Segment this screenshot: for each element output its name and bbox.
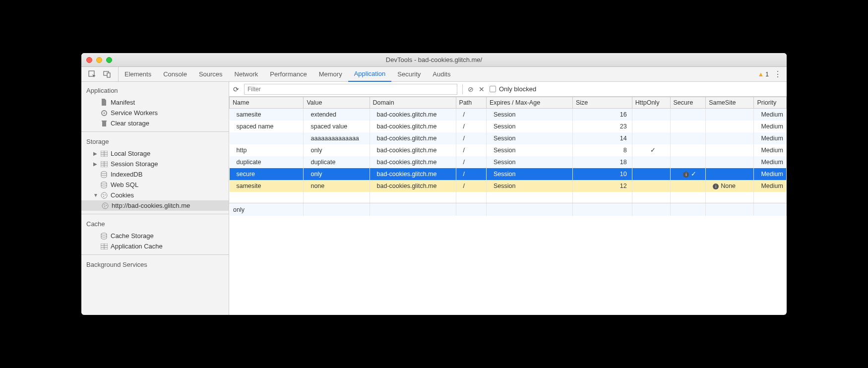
sidebar-item-indexeddb[interactable]: IndexedDB	[81, 169, 229, 180]
table-icon	[100, 243, 108, 250]
window-title: DevTools - bad-cookies.glitch.me/	[81, 56, 787, 63]
tab-sources[interactable]: Sources	[193, 67, 229, 82]
column-header[interactable]: Secure	[670, 97, 706, 109]
sidebar-item-manifest[interactable]: Manifest	[81, 97, 229, 108]
device-toolbar-icon[interactable]	[103, 70, 111, 78]
tab-security[interactable]: Security	[391, 67, 427, 82]
sidebar-item-websql[interactable]: Web SQL	[81, 180, 229, 190]
svg-point-21	[102, 203, 108, 209]
table-icon	[100, 160, 108, 168]
sidebar-item-session-storage[interactable]: ▶Session Storage	[81, 159, 229, 169]
svg-point-22	[104, 204, 105, 205]
info-icon: i	[713, 184, 719, 189]
warning-icon: ▲	[757, 70, 764, 78]
svg-point-24	[104, 206, 105, 207]
tab-performance[interactable]: Performance	[264, 67, 312, 82]
table-row[interactable]: spaced namespaced valuebad-cookies.glitc…	[230, 121, 787, 132]
panel-tabs: ElementsConsoleSourcesNetworkPerformance…	[119, 67, 456, 82]
table-row[interactable]: httponlybad-cookies.glitch.me/Session8✓M…	[230, 144, 787, 156]
gear-icon	[100, 109, 108, 117]
traffic-lights	[81, 57, 112, 63]
minimize-window-button[interactable]	[96, 57, 102, 63]
tab-memory[interactable]: Memory	[313, 67, 348, 82]
database-icon	[100, 181, 108, 188]
warnings-indicator[interactable]: ▲1	[757, 70, 769, 78]
column-header[interactable]: Name	[230, 97, 304, 109]
table-row[interactable]: samesiteextendedbad-cookies.glitch.me/Se…	[230, 109, 787, 121]
svg-point-15	[101, 171, 107, 173]
tab-audits[interactable]: Audits	[427, 67, 456, 82]
table-row[interactable]	[230, 192, 787, 204]
sidebar-item-cookies[interactable]: ▼Cookies	[81, 190, 229, 200]
refresh-icon[interactable]: ⟳	[233, 85, 239, 93]
devtools-window: DevTools - bad-cookies.glitch.me/ Elemen…	[81, 53, 787, 315]
separator	[462, 84, 463, 94]
sidebar-item-service-workers[interactable]: Service Workers	[81, 108, 229, 118]
cookies-toolbar: ⟳ ⊘ ✕ Only blocked	[229, 82, 787, 97]
svg-point-17	[101, 192, 107, 198]
tab-network[interactable]: Network	[229, 67, 264, 82]
close-window-button[interactable]	[86, 57, 92, 63]
database-icon	[100, 171, 108, 178]
svg-rect-5	[102, 122, 106, 126]
column-header[interactable]: Path	[456, 97, 486, 109]
svg-point-19	[105, 194, 106, 195]
sidebar-item-cache-storage[interactable]: Cache Storage	[81, 231, 229, 241]
sidebar-item-application-cache[interactable]: Application Cache	[81, 241, 229, 251]
database-icon	[100, 232, 108, 240]
cookies-table: NameValueDomainPathExpires / Max-AgeSize…	[229, 97, 787, 216]
column-header[interactable]: SameSite	[706, 97, 754, 109]
tab-application[interactable]: Application	[348, 67, 392, 82]
cookies-panel: ⟳ ⊘ ✕ Only blocked NameValueDomainPathEx…	[229, 82, 787, 315]
titlebar: DevTools - bad-cookies.glitch.me/	[81, 53, 787, 67]
column-header[interactable]: Domain	[370, 97, 456, 109]
svg-point-4	[103, 112, 105, 114]
table-row[interactable]: secureonlybad-cookies.glitch.me/Session1…	[230, 168, 787, 180]
section-storage: Storage	[81, 135, 229, 148]
only-blocked-toggle[interactable]: Only blocked	[490, 85, 536, 93]
application-sidebar: Application Manifest Service Workers Cle…	[81, 82, 229, 315]
info-icon: i	[683, 172, 689, 178]
sidebar-item-local-storage[interactable]: ▶Local Storage	[81, 148, 229, 159]
inspect-element-icon[interactable]	[88, 70, 96, 78]
column-header[interactable]: Priority	[754, 97, 787, 109]
table-icon	[100, 150, 108, 157]
table-row[interactable]: aaaaaaaaaaaaaabad-cookies.glitch.me/Sess…	[230, 132, 787, 144]
column-header[interactable]: Expires / Max-Age	[486, 97, 572, 109]
table-row[interactable]: duplicateduplicatebad-cookies.glitch.me/…	[230, 156, 787, 168]
svg-rect-2	[107, 73, 110, 77]
cookie-value-preview: only	[229, 203, 787, 315]
column-header[interactable]: Size	[572, 97, 632, 109]
delete-selected-icon[interactable]: ✕	[479, 85, 485, 93]
more-options-icon[interactable]: ⋮	[774, 69, 782, 79]
column-header[interactable]: Value	[304, 97, 370, 109]
checkbox-icon	[490, 86, 496, 92]
table-row[interactable]: samesitenonebad-cookies.glitch.me/Sessio…	[230, 180, 787, 192]
sidebar-item-cookie-origin[interactable]: http://bad-cookies.glitch.me	[81, 200, 229, 211]
devtools-toolbar: ElementsConsoleSourcesNetworkPerformance…	[81, 67, 787, 82]
column-header[interactable]: HttpOnly	[632, 97, 670, 109]
section-application: Application	[81, 84, 229, 97]
svg-point-25	[101, 233, 107, 235]
svg-point-16	[101, 182, 107, 184]
filter-input[interactable]	[244, 84, 457, 95]
tab-elements[interactable]: Elements	[119, 67, 157, 82]
zoom-window-button[interactable]	[106, 57, 112, 63]
svg-rect-6	[102, 121, 107, 122]
section-cache: Cache	[81, 217, 229, 231]
svg-point-18	[103, 194, 104, 195]
trash-icon	[100, 120, 108, 127]
sidebar-item-clear-storage[interactable]: Clear storage	[81, 118, 229, 128]
svg-point-20	[103, 196, 104, 197]
tab-console[interactable]: Console	[157, 67, 193, 82]
table-header-row: NameValueDomainPathExpires / Max-AgeSize…	[230, 97, 787, 109]
cookie-icon	[100, 191, 108, 199]
cookie-icon	[101, 202, 109, 209]
section-background-services: Background Services	[81, 258, 229, 271]
svg-point-23	[106, 205, 107, 206]
file-icon	[100, 99, 108, 106]
clear-all-icon[interactable]: ⊘	[468, 85, 474, 93]
